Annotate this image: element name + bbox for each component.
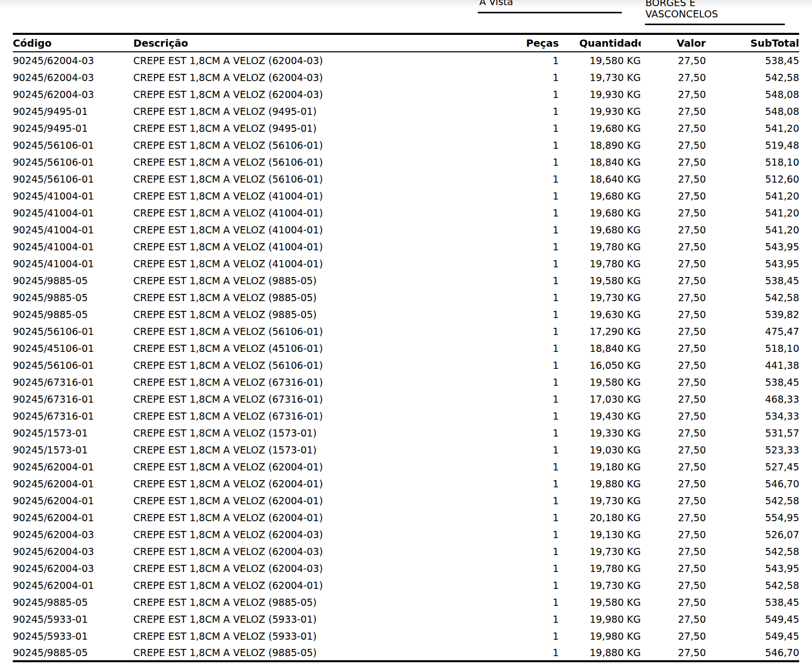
cell-codigo: 90245/62004-01: [13, 509, 133, 526]
table-row: 90245/62004-03 CREPE EST 1,8CM A VELOZ (…: [13, 69, 799, 86]
table-row: 90245/62004-03 CREPE EST 1,8CM A VELOZ (…: [13, 543, 799, 560]
cell-quantidade: 19,580 KG: [559, 594, 641, 610]
cell-descricao: CREPE EST 1,8CM A VELOZ (41004-01): [133, 204, 497, 221]
table-row: 90245/1573-01 CREPE EST 1,8CM A VELOZ (1…: [13, 424, 799, 441]
items-table: Código Descrição Peças Quantidade Valor …: [13, 33, 799, 662]
cell-valor: 27,50: [641, 424, 706, 441]
cell-valor: 27,50: [641, 543, 706, 560]
cell-valor: 27,50: [641, 187, 706, 204]
cell-pecas: 1: [497, 627, 559, 644]
cell-quantidade: 19,030 KG: [559, 441, 641, 458]
cell-subtotal: 546,70: [706, 475, 799, 492]
cell-valor: 27,50: [641, 627, 706, 644]
cell-descricao: CREPE EST 1,8CM A VELOZ (62004-01): [133, 475, 497, 492]
cell-quantidade: 19,930 KG: [559, 103, 641, 120]
cell-subtotal: 531,57: [706, 424, 799, 441]
cell-codigo: 90245/56106-01: [13, 357, 133, 373]
cell-pecas: 1: [497, 357, 559, 373]
cell-codigo: 90245/41004-01: [13, 238, 133, 255]
cell-subtotal: 549,45: [706, 627, 799, 644]
cell-quantidade: 19,780 KG: [559, 255, 641, 272]
cell-quantidade: 19,880 KG: [559, 475, 641, 492]
cell-quantidade: 19,980 KG: [559, 610, 641, 627]
cell-quantidade: 19,780 KG: [559, 238, 641, 255]
cell-descricao: CREPE EST 1,8CM A VELOZ (9495-01): [133, 103, 497, 120]
cell-valor: 27,50: [641, 390, 706, 407]
cell-valor: 27,50: [641, 272, 706, 289]
cell-codigo: 90245/67316-01: [13, 390, 133, 407]
cell-subtotal: 541,20: [706, 120, 799, 136]
cell-codigo: 90245/9495-01: [13, 103, 133, 120]
cell-codigo: 90245/41004-01: [13, 221, 133, 238]
table-row: 90245/62004-03 CREPE EST 1,8CM A VELOZ (…: [13, 86, 799, 103]
cell-descricao: CREPE EST 1,8CM A VELOZ (62004-01): [133, 577, 497, 594]
cell-quantidade: 19,980 KG: [559, 627, 641, 644]
cell-subtotal: 543,95: [706, 255, 799, 272]
cell-codigo: 90245/62004-03: [13, 52, 133, 69]
cell-descricao: CREPE EST 1,8CM A VELOZ (56106-01): [133, 357, 497, 373]
cell-quantidade: 19,680 KG: [559, 187, 641, 204]
cell-pecas: 1: [497, 441, 559, 458]
cell-quantidade: 19,730 KG: [559, 543, 641, 560]
cell-valor: 27,50: [641, 509, 706, 526]
cell-codigo: 90245/5933-01: [13, 627, 133, 644]
cell-quantidade: 19,680 KG: [559, 204, 641, 221]
table-row: 90245/62004-01 CREPE EST 1,8CM A VELOZ (…: [13, 475, 799, 492]
cell-subtotal: 542,58: [706, 577, 799, 594]
cell-codigo: 90245/41004-01: [13, 204, 133, 221]
cell-pecas: 1: [497, 221, 559, 238]
cell-codigo: 90245/1573-01: [13, 424, 133, 441]
cell-quantidade: 18,840 KG: [559, 340, 641, 357]
cell-pecas: 1: [497, 136, 559, 153]
cell-codigo: 90245/56106-01: [13, 170, 133, 187]
cell-codigo: 90245/62004-01: [13, 475, 133, 492]
payment-condition-value: À Vista: [479, 0, 513, 7]
cell-descricao: CREPE EST 1,8CM A VELOZ (62004-03): [133, 526, 497, 543]
cell-quantidade: 17,030 KG: [559, 390, 641, 407]
cell-quantidade: 19,130 KG: [559, 526, 641, 543]
cell-quantidade: 19,580 KG: [559, 272, 641, 289]
cell-descricao: CREPE EST 1,8CM A VELOZ (56106-01): [133, 170, 497, 187]
cell-subtotal: 542,58: [706, 492, 799, 509]
cell-valor: 27,50: [641, 610, 706, 627]
table-row: 90245/62004-01 CREPE EST 1,8CM A VELOZ (…: [13, 577, 799, 594]
cell-codigo: 90245/41004-01: [13, 255, 133, 272]
cell-quantidade: 17,290 KG: [559, 323, 641, 340]
cell-descricao: CREPE EST 1,8CM A VELOZ (9885-05): [133, 594, 497, 610]
cell-codigo: 90245/56106-01: [13, 153, 133, 170]
cell-valor: 27,50: [641, 526, 706, 543]
cell-descricao: CREPE EST 1,8CM A VELOZ (9885-05): [133, 272, 497, 289]
cell-pecas: 1: [497, 120, 559, 136]
cell-subtotal: 542,58: [706, 289, 799, 306]
cell-descricao: CREPE EST 1,8CM A VELOZ (9495-01): [133, 120, 497, 136]
cell-descricao: CREPE EST 1,8CM A VELOZ (67316-01): [133, 373, 497, 390]
cell-subtotal: 543,95: [706, 238, 799, 255]
cell-valor: 27,50: [641, 221, 706, 238]
column-header-subtotal: SubTotal: [706, 34, 799, 52]
cell-codigo: 90245/62004-03: [13, 526, 133, 543]
cell-descricao: CREPE EST 1,8CM A VELOZ (62004-01): [133, 509, 497, 526]
cell-subtotal: 541,20: [706, 204, 799, 221]
cell-valor: 27,50: [641, 458, 706, 475]
cell-codigo: 90245/62004-03: [13, 543, 133, 560]
cell-subtotal: 527,45: [706, 458, 799, 475]
cell-codigo: 90245/1573-01: [13, 441, 133, 458]
cell-valor: 27,50: [641, 204, 706, 221]
cell-valor: 27,50: [641, 120, 706, 136]
cell-valor: 27,50: [641, 86, 706, 103]
table-row: 90245/41004-01 CREPE EST 1,8CM A VELOZ (…: [13, 204, 799, 221]
cell-pecas: 1: [497, 458, 559, 475]
table-row: 90245/9885-05 CREPE EST 1,8CM A VELOZ (9…: [13, 272, 799, 289]
cell-quantidade: 19,880 KG: [559, 644, 641, 661]
table-row: 90245/62004-01 CREPE EST 1,8CM A VELOZ (…: [13, 458, 799, 475]
cell-codigo: 90245/9495-01: [13, 120, 133, 136]
cell-valor: 27,50: [641, 153, 706, 170]
cell-descricao: CREPE EST 1,8CM A VELOZ (5933-01): [133, 627, 497, 644]
cell-valor: 27,50: [641, 373, 706, 390]
cell-codigo: 90245/41004-01: [13, 187, 133, 204]
cell-codigo: 90245/62004-03: [13, 86, 133, 103]
cell-subtotal: 526,07: [706, 526, 799, 543]
table-row: 90245/1573-01 CREPE EST 1,8CM A VELOZ (1…: [13, 441, 799, 458]
cell-pecas: 1: [497, 86, 559, 103]
cell-codigo: 90245/62004-03: [13, 560, 133, 577]
